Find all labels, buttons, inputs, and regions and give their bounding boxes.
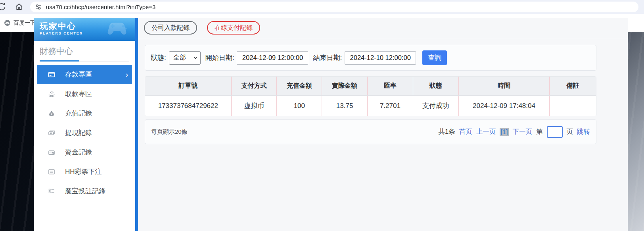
sidebar-item-label: 存款專區: [65, 70, 116, 79]
records-table: 訂單號 支付方式 充值金額 實際金額 匯率 狀態 時間 備註 173373768…: [145, 77, 596, 116]
total-count: 共1条: [438, 127, 455, 136]
sidebar-item-label: 充值記錄: [65, 109, 128, 118]
players-center-banner: 玩家中心 PLAYERS CENTER: [34, 18, 135, 41]
pagination-controls: 共1条 首页 上一页 [1] 下一页 第 页 跳转: [438, 126, 590, 138]
sidebar-title: 玩家中心: [40, 21, 135, 31]
jump-suffix: 页: [567, 127, 573, 136]
chevron-down-icon: [194, 56, 197, 59]
page-jump-input[interactable]: [547, 126, 563, 138]
col-status: 狀態: [413, 77, 458, 96]
site-settings-icon[interactable]: [35, 4, 42, 10]
cell-recharge-amount: 100: [277, 96, 322, 116]
globe-icon: [4, 19, 11, 26]
jump-button[interactable]: 跳转: [577, 127, 590, 136]
main-panel: 公司入款記錄 在線支付記錄 狀態: 全部 開始日期: 結束日期: 查詢: [138, 18, 628, 231]
sidebar-subtitle: PLAYERS CENTER: [40, 31, 135, 35]
divider: [138, 39, 628, 39]
start-date-input[interactable]: [237, 51, 308, 65]
sidebar-menu: 存款專區 › 取款專區 ¥ 充值記錄: [34, 65, 135, 201]
browser-toolbar: usa70.cc/hhcp/usercenter.html?iniType=3: [0, 0, 644, 14]
bookmark-baidu[interactable]: 百度一下: [4, 19, 36, 27]
sidebar-item-withdrawal-records[interactable]: 提現記錄: [37, 123, 132, 142]
records-table-container: 訂單號 支付方式 充值金額 實際金額 匯率 狀態 時間 備註 173373768…: [145, 76, 596, 116]
cell-exchange-rate: 7.2701: [368, 96, 413, 116]
sidebar-item-label: HH彩票下注: [65, 167, 128, 176]
hand-money-icon: [48, 90, 56, 98]
money-bag-icon: ¥: [48, 110, 56, 117]
col-remark: 備註: [550, 77, 596, 96]
sidebar-item-deposit-zone[interactable]: 存款專區 ›: [37, 65, 132, 84]
finance-center-section: 財務中心: [34, 41, 135, 62]
form-list-icon: [48, 168, 56, 176]
browser-window: usa70.cc/hhcp/usercenter.html?iniType=3 …: [0, 0, 644, 231]
status-select-value: 全部: [173, 54, 186, 62]
section-divider: [40, 61, 129, 62]
chevron-right-icon: ›: [126, 71, 128, 78]
current-page: [1]: [500, 128, 508, 136]
url-text[interactable]: usa70.cc/hhcp/usercenter.html?iniType=3: [46, 4, 155, 10]
sidebar-item-label: 取款專區: [65, 89, 128, 98]
sidebar: 玩家中心 PLAYERS CENTER 財務中心: [34, 18, 135, 231]
section-title: 財務中心: [40, 46, 129, 56]
cell-status: 支付成功: [413, 96, 458, 116]
reload-icon[interactable]: [0, 2, 6, 12]
record-tabs: 公司入款記錄 在線支付記錄: [144, 21, 260, 35]
address-bar[interactable]: usa70.cc/hhcp/usercenter.html?iniType=3: [30, 2, 638, 12]
search-button[interactable]: 查詢: [422, 50, 447, 65]
status-label: 狀態:: [151, 53, 166, 62]
cell-time: 2024-12-09 17:48:04: [458, 96, 550, 116]
table-header-row: 訂單號 支付方式 充值金額 實際金額 匯率 狀態 時間 備註: [145, 77, 596, 96]
end-date-label: 結束日期:: [313, 53, 342, 62]
bookmark-label: 百度一下: [13, 19, 36, 27]
start-date-label: 開始日期:: [205, 53, 234, 62]
col-exchange-rate: 匯率: [368, 77, 413, 96]
end-date-input[interactable]: [345, 51, 416, 65]
cell-actual-amount: 13.75: [322, 96, 368, 116]
cell-order-number: 1733737684729622: [145, 96, 231, 116]
first-page-link[interactable]: 首页: [459, 127, 472, 136]
col-actual-amount: 實際金額: [322, 77, 368, 96]
per-page-text: 每頁顯示20條: [151, 128, 188, 136]
sidebar-item-hh-lottery-bets[interactable]: HH彩票下注: [37, 162, 132, 181]
prev-page-link[interactable]: 上一页: [476, 127, 496, 136]
next-page-link[interactable]: 下一页: [513, 127, 533, 136]
tab-online-payment-records[interactable]: 在線支付記錄: [207, 21, 260, 35]
divider-accent: [40, 60, 79, 62]
svg-text:¥: ¥: [51, 113, 52, 116]
gamepad-icon: [106, 20, 132, 37]
sidebar-item-label: 提現記錄: [65, 128, 128, 137]
jump-prefix: 第: [536, 127, 543, 136]
sidebar-item-mobao-bet-records[interactable]: 魔宝投註記錄: [37, 181, 132, 201]
sidebar-item-recharge-records[interactable]: ¥ 充值記錄: [37, 104, 132, 123]
bullet-list-icon: [48, 187, 56, 195]
panel-accent-strip: [135, 18, 138, 231]
status-select[interactable]: 全部: [169, 51, 201, 65]
deposit-card-icon: [48, 71, 56, 79]
table-row: 1733737684729622 虚拟币 100 13.75 7.2701 支付…: [145, 96, 596, 116]
tab-company-deposit-records[interactable]: 公司入款記錄: [144, 21, 197, 35]
sidebar-item-label: 魔宝投註記錄: [65, 187, 128, 196]
col-recharge-amount: 充值金額: [277, 77, 322, 96]
cell-payment-method: 虚拟币: [231, 96, 277, 116]
sidebar-item-label: 資金記錄: [65, 148, 128, 157]
wallet-coin-icon: [48, 148, 56, 156]
col-time: 時間: [458, 77, 550, 96]
sidebar-item-withdraw-zone[interactable]: 取款專區: [37, 84, 132, 104]
filter-bar: 狀態: 全部 開始日期: 結束日期: 查詢: [145, 45, 596, 71]
home-icon[interactable]: [14, 2, 24, 12]
cell-remark: [550, 96, 596, 116]
sidebar-item-fund-records[interactable]: 資金記錄: [37, 142, 132, 162]
banknotes-icon: [48, 129, 56, 137]
col-payment-method: 支付方式: [231, 77, 277, 96]
pagination-bar: 每頁顯示20條 共1条 首页 上一页 [1] 下一页 第 页 跳转: [145, 119, 596, 144]
col-order-number: 訂單號: [145, 77, 231, 96]
